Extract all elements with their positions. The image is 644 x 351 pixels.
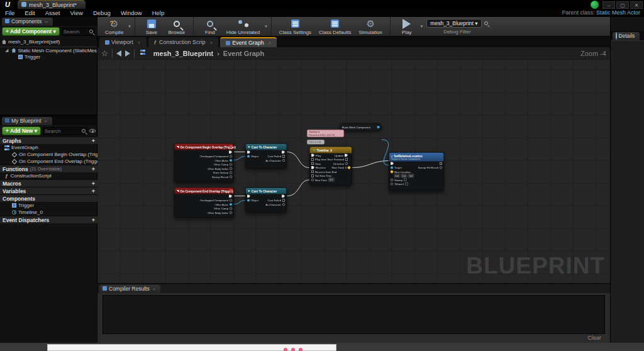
nav-forward-icon[interactable] — [125, 50, 130, 57]
bool-pin[interactable] — [230, 171, 232, 174]
sweep-hit-result-pin[interactable] — [440, 166, 442, 169]
y-value[interactable]: 0.0 — [401, 174, 408, 178]
menu-edit[interactable]: Edit — [25, 9, 35, 16]
add-variable-button[interactable]: + — [92, 188, 95, 194]
section-functions[interactable]: Functions(21 Overridable)+ — [0, 165, 97, 172]
components-search[interactable] — [62, 28, 95, 36]
cast-failed-pin[interactable] — [282, 155, 285, 157]
tab-components[interactable]: Components× — [2, 18, 53, 26]
close-button[interactable]: ✕ — [630, 1, 643, 9]
window-document-tab[interactable]: mesh_3_Blueprint* — [18, 0, 86, 9]
int-pin[interactable] — [230, 211, 232, 214]
tree-row-self[interactable]: mesh_3_Blueprint(self) — [0, 38, 97, 45]
event-graph-canvas[interactable]: BLUEPRINT ◥On Component Begin Overlap (T… — [97, 47, 610, 283]
teleport-pin[interactable] — [391, 182, 393, 185]
section-graphs[interactable]: Graphs+ — [0, 136, 97, 144]
hide-unrelated-dropdown-icon[interactable]: ▾ — [265, 24, 267, 29]
tab-event-graph[interactable]: Event Graph× — [220, 37, 277, 47]
teleport-checkbox[interactable] — [405, 182, 408, 186]
node-cast-to-character-1[interactable]: ➤Cast To Character Object Cast Failed As… — [245, 143, 287, 169]
bookmark-star-icon[interactable]: ☆ — [101, 49, 108, 58]
my-blueprint-search-input[interactable] — [45, 128, 82, 134]
object-pin[interactable] — [230, 207, 232, 209]
add-new-button[interactable]: + Add New ▾ — [2, 126, 41, 135]
row-var-trigger[interactable]: Trigger — [0, 202, 97, 209]
set-new-time-pin[interactable] — [311, 174, 314, 177]
stop-pin[interactable] — [311, 162, 314, 165]
compile-button[interactable]: ⚙? Compile — [101, 17, 127, 36]
expand-caret-icon[interactable]: ◢ — [5, 48, 8, 53]
add-dispatcher-button[interactable]: + — [92, 217, 95, 223]
cast-failed-pin[interactable] — [282, 199, 285, 201]
debug-target-dropdown[interactable]: mesh_3_Blueprint ▾ — [426, 19, 481, 28]
direction-pin[interactable] — [345, 162, 348, 165]
new-time-pin[interactable] — [311, 179, 314, 181]
exec-out-pin[interactable] — [282, 150, 285, 153]
nav-back-icon[interactable] — [116, 50, 121, 57]
object-out-pin[interactable] — [377, 126, 380, 128]
object-pin[interactable] — [230, 203, 232, 206]
target-pin[interactable] — [391, 166, 393, 169]
eye-filter-icon[interactable] — [89, 129, 96, 133]
save-button[interactable]: Save — [139, 17, 164, 36]
compiler-close-icon[interactable]: × — [153, 286, 156, 292]
row-event-begin[interactable]: On Component Begin Overlap (Trigger) — [0, 151, 97, 158]
section-variables[interactable]: Variables+ — [0, 187, 97, 194]
play-from-start-pin[interactable] — [311, 158, 314, 160]
new-location-pin[interactable] — [390, 170, 394, 174]
object-pin[interactable] — [230, 155, 232, 157]
finished-pin[interactable] — [345, 158, 348, 160]
object-pin[interactable] — [247, 155, 250, 157]
play-button[interactable]: Play — [394, 17, 419, 36]
node-static-mesh-getter[interactable]: Static Mesh Component — [340, 123, 382, 131]
delegate-pin[interactable] — [230, 190, 232, 192]
comment-bubble[interactable]: Click to edit ◦ — [307, 140, 325, 145]
as-character-pin[interactable] — [282, 159, 285, 162]
pin-bubble-icon[interactable]: ◦ — [321, 141, 322, 144]
row-construction-script[interactable]: ƒConstructionScript — [0, 172, 97, 179]
exec-in-pin[interactable] — [247, 194, 250, 198]
z-value[interactable]: 0.0 — [408, 174, 414, 178]
compile-dropdown-icon[interactable]: ▾ — [128, 24, 131, 29]
row-eventgraph[interactable]: EventGraph — [0, 144, 97, 151]
tab-construction-script[interactable]: ƒConstruction Scrip× — [148, 37, 219, 47]
menu-help[interactable]: Help — [152, 9, 165, 16]
reverse-pin[interactable] — [311, 166, 314, 169]
row-event-end[interactable]: On Component End Overlap (Trigger) — [0, 158, 97, 165]
tree-row-staticmesh[interactable]: ◢Static Mesh Component (StaticMeshCompor — [0, 47, 97, 53]
section-event-dispatchers[interactable]: Event Dispatchers+ — [0, 216, 97, 223]
clear-button[interactable]: Clear — [587, 335, 601, 341]
object-pin[interactable] — [230, 159, 232, 162]
add-graph-button[interactable]: + — [92, 138, 95, 144]
exec-out-pin[interactable] — [229, 150, 232, 153]
sweep-pin[interactable] — [391, 179, 393, 181]
add-macro-button[interactable]: + — [92, 181, 95, 187]
menu-view[interactable]: View — [70, 9, 82, 16]
object-pin[interactable] — [230, 163, 232, 165]
class-defaults-button[interactable]: Class Defaults — [315, 17, 355, 36]
node-timeline[interactable]: Timeline_0 Play Play from Start Stop Rev… — [309, 147, 352, 186]
node-set-relative-location[interactable]: ƒSetRelativeLocationTarget is Scene Comp… — [389, 152, 444, 191]
exec-out-pin[interactable] — [282, 194, 285, 198]
tab-viewport[interactable]: Viewport× — [99, 37, 147, 47]
as-character-pin[interactable] — [282, 203, 285, 206]
globe-icon[interactable] — [591, 1, 599, 9]
delegate-pin[interactable] — [230, 146, 232, 148]
menu-window[interactable]: Window — [121, 9, 142, 16]
exec-in-pin[interactable] — [391, 162, 394, 165]
class-settings-button[interactable]: Class Settings — [275, 17, 315, 36]
exec-in-pin[interactable] — [247, 150, 250, 153]
find-button[interactable]: Find — [197, 17, 223, 36]
add-component-button[interactable]: + Add Component ▾ — [2, 27, 60, 36]
tab-details[interactable]: Details — [613, 32, 640, 40]
add-function-button[interactable]: + — [92, 166, 95, 172]
x-value[interactable]: 0.0 — [394, 174, 401, 178]
parent-class-link[interactable]: Static Mesh Actor — [596, 9, 640, 16]
object-pin[interactable] — [247, 199, 250, 201]
new-track-pin[interactable] — [347, 165, 351, 169]
debug-search-icon[interactable] — [484, 21, 488, 25]
tree-row-trigger[interactable]: Trigger — [0, 53, 97, 60]
breadcrumb-root[interactable]: mesh_3_Blueprint — [153, 50, 213, 57]
tab-compiler-results[interactable]: Compiler Results× — [99, 285, 160, 293]
struct-pin[interactable] — [230, 176, 232, 178]
